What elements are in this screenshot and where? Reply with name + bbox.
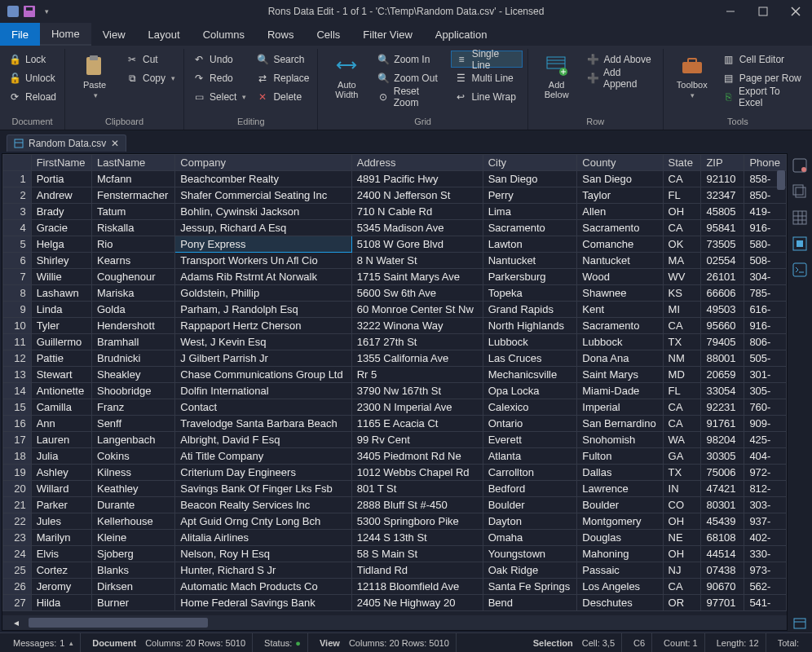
data-cell[interactable]: 1617 27th St xyxy=(351,334,483,350)
row-number-cell[interactable]: 20 xyxy=(3,481,32,497)
data-cell[interactable]: Chase Communications Group Ltd xyxy=(175,367,351,383)
data-cell[interactable]: Kellerhouse xyxy=(91,513,174,530)
maximize-button[interactable] xyxy=(747,0,779,23)
data-cell[interactable]: North Highlands xyxy=(483,318,577,334)
page-per-row-button[interactable]: ▤Page per Row xyxy=(719,69,807,86)
table-row[interactable]: 27HildaBurnerHome Federal Savings Bank24… xyxy=(3,595,787,611)
menu-home[interactable]: Home xyxy=(40,23,91,46)
data-cell[interactable]: 07438 xyxy=(701,562,744,579)
data-cell[interactable]: Brudnicki xyxy=(91,350,174,367)
row-number-cell[interactable]: 1 xyxy=(3,171,32,187)
data-cell[interactable]: 801 T St xyxy=(351,481,483,497)
data-cell[interactable]: Imperial xyxy=(577,399,663,416)
data-cell[interactable]: San Diego xyxy=(483,171,577,187)
table-row[interactable]: 21ParkerDuranteBeacon Realty Services In… xyxy=(3,497,787,513)
data-cell[interactable]: 5345 Madison Ave xyxy=(351,220,483,236)
row-number-cell[interactable]: 2 xyxy=(3,187,32,204)
data-cell[interactable]: Bohlin, Cywinski Jackson xyxy=(175,204,351,220)
status-messages[interactable]: Messages: 1 ▴ xyxy=(7,633,81,652)
data-cell[interactable]: Douglas xyxy=(577,530,663,546)
data-cell[interactable]: Hunter, Richard S Jr xyxy=(175,562,351,579)
data-cell[interactable]: 5108 W Gore Blvd xyxy=(351,236,483,253)
data-cell[interactable]: 68108 xyxy=(701,530,744,546)
unlock-button[interactable]: 🔓Unlock xyxy=(5,69,60,86)
data-cell[interactable]: MA xyxy=(663,253,701,269)
data-cell[interactable]: CA xyxy=(663,318,701,334)
zoom-out-button[interactable]: 🔍Zoom Out xyxy=(373,69,448,86)
data-cell[interactable]: Marilyn xyxy=(31,530,91,546)
table-row[interactable]: 14AntionetteShoobridgeDolfin Internation… xyxy=(3,383,787,399)
data-cell[interactable]: OK xyxy=(663,236,701,253)
data-cell[interactable]: Jessup, Richard A Esq xyxy=(175,220,351,236)
table-row[interactable]: 8LashawnMariskaGoldstein, Phillip5600 Sw… xyxy=(3,285,787,302)
row-number-cell[interactable]: 23 xyxy=(3,530,32,546)
row-number-cell[interactable]: 9 xyxy=(3,302,32,318)
data-cell[interactable]: Senff xyxy=(91,416,174,432)
data-cell[interactable]: Andrew xyxy=(31,187,91,204)
row-number-cell[interactable]: 3 xyxy=(3,204,32,220)
data-cell[interactable]: 90670 xyxy=(701,579,744,595)
data-cell[interactable]: 5600 Sw 6th Ave xyxy=(351,285,483,302)
data-cell[interactable]: Bend xyxy=(483,595,577,611)
data-cell[interactable]: Willie xyxy=(31,269,91,285)
table-row[interactable]: 16AnnSenffTravelodge Santa Barbara Beach… xyxy=(3,416,787,432)
data-cell[interactable]: 2405 Ne Highway 20 xyxy=(351,595,483,611)
data-cell[interactable]: Durante xyxy=(91,497,174,513)
document-tab[interactable]: Random Data.csv ✕ xyxy=(7,134,126,152)
column-header[interactable]: State xyxy=(663,155,701,171)
row-number-cell[interactable]: 26 xyxy=(3,579,32,595)
data-cell[interactable]: 92110 xyxy=(701,171,744,187)
table-row[interactable]: 4GracieRiskallaJessup, Richard A Esq5345… xyxy=(3,220,787,236)
data-cell[interactable]: 97701 xyxy=(701,595,744,611)
vertical-scroll-thumb[interactable] xyxy=(777,170,785,190)
data-cell[interactable]: IN xyxy=(663,481,701,497)
data-cell[interactable]: Shafer Commercial Seating Inc xyxy=(175,187,351,204)
select-button[interactable]: ▭Select▾ xyxy=(189,88,249,105)
row-number-cell[interactable]: 14 xyxy=(3,383,32,399)
data-cell[interactable]: Parker xyxy=(31,497,91,513)
table-row[interactable]: 2AndrewFenstermacherShafer Commercial Se… xyxy=(3,187,787,204)
data-cell[interactable]: 44514 xyxy=(701,546,744,562)
table-row[interactable]: 10TylerHendershottRappaport Hertz Cherso… xyxy=(3,318,787,334)
close-button[interactable] xyxy=(779,0,812,23)
data-cell[interactable]: Topeka xyxy=(483,285,577,302)
data-cell[interactable]: Snohomish xyxy=(577,432,663,448)
data-cell[interactable]: Dallas xyxy=(577,465,663,481)
data-cell[interactable]: Lima xyxy=(483,204,577,220)
data-cell[interactable]: 3222 Winona Way xyxy=(351,318,483,334)
data-cell[interactable]: Ashley xyxy=(31,465,91,481)
menu-columns[interactable]: Columns xyxy=(192,23,256,46)
auto-width-button[interactable]: Auto Width xyxy=(323,51,370,115)
row-number-cell[interactable]: 21 xyxy=(3,497,32,513)
data-cell[interactable]: 4891 Pacific Hwy xyxy=(351,171,483,187)
data-cell[interactable]: MI xyxy=(663,302,701,318)
data-cell[interactable]: Adams Rib Rstrnt At Norwalk xyxy=(175,269,351,285)
data-cell[interactable]: Kent xyxy=(577,302,663,318)
menu-file[interactable]: File xyxy=(0,23,40,46)
data-cell[interactable]: Dolfin International xyxy=(175,383,351,399)
delete-button[interactable]: ✕Delete xyxy=(253,88,312,105)
data-grid[interactable]: FirstNameLastNameCompanyAddressCityCount… xyxy=(2,154,787,611)
data-cell[interactable]: 12118 Bloomfield Ave xyxy=(351,579,483,595)
column-header[interactable]: City xyxy=(483,155,577,171)
data-cell[interactable]: Wood xyxy=(577,269,663,285)
data-cell[interactable]: CA xyxy=(663,220,701,236)
data-cell[interactable]: Lubbock xyxy=(483,334,577,350)
rail-info-icon[interactable] xyxy=(791,156,809,174)
data-cell[interactable]: Golda xyxy=(91,302,174,318)
data-cell[interactable]: Burner xyxy=(91,595,174,611)
row-number-cell[interactable]: 16 xyxy=(3,416,32,432)
data-cell[interactable]: 91761 xyxy=(701,416,744,432)
data-cell[interactable]: CA xyxy=(663,416,701,432)
data-cell[interactable]: 02554 xyxy=(701,253,744,269)
export-excel-button[interactable]: ⎘Export To Excel xyxy=(719,88,807,105)
data-cell[interactable]: Deschutes xyxy=(577,595,663,611)
data-cell[interactable]: 1012 Webbs Chapel Rd xyxy=(351,465,483,481)
row-number-cell[interactable]: 25 xyxy=(3,562,32,579)
row-number-cell[interactable]: 4 xyxy=(3,220,32,236)
data-cell[interactable]: 3790 Nw 167th St xyxy=(351,383,483,399)
data-cell[interactable]: 45439 xyxy=(701,513,744,530)
row-number-cell[interactable]: 17 xyxy=(3,432,32,448)
data-cell[interactable]: Everett xyxy=(483,432,577,448)
menu-view[interactable]: View xyxy=(91,23,137,46)
